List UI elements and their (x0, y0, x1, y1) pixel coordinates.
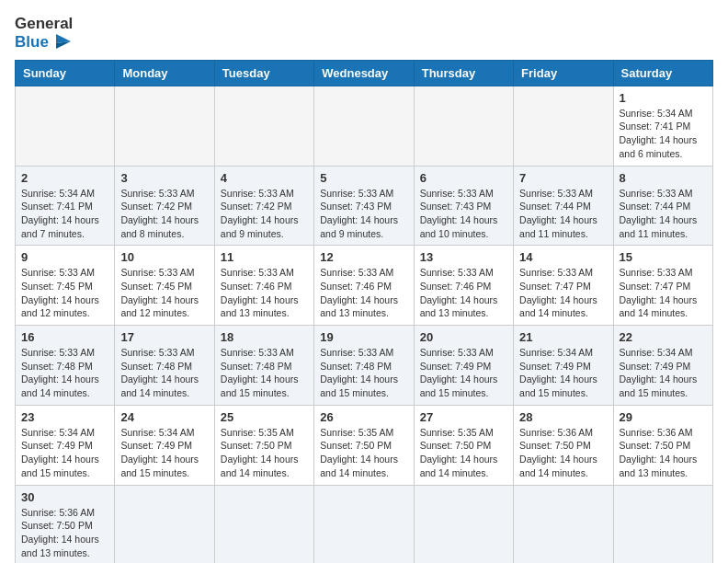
day-info: Sunrise: 5:35 AM Sunset: 7:50 PM Dayligh… (420, 426, 507, 480)
day-info: Sunrise: 5:36 AM Sunset: 7:50 PM Dayligh… (21, 506, 108, 560)
calendar-cell: 30Sunrise: 5:36 AM Sunset: 7:50 PM Dayli… (16, 485, 115, 563)
day-info: Sunrise: 5:33 AM Sunset: 7:44 PM Dayligh… (620, 187, 707, 241)
calendar-cell: 28Sunrise: 5:36 AM Sunset: 7:50 PM Dayli… (514, 405, 613, 485)
day-number: 19 (320, 330, 407, 344)
day-number: 26 (320, 410, 407, 424)
day-info: Sunrise: 5:33 AM Sunset: 7:47 PM Dayligh… (620, 266, 707, 320)
weekday-header-friday: Friday (514, 60, 613, 86)
calendar-week-row: 1Sunrise: 5:34 AM Sunset: 7:41 PM Daylig… (16, 86, 713, 166)
day-number: 30 (21, 490, 108, 504)
day-number: 6 (420, 171, 507, 185)
calendar-cell: 9Sunrise: 5:33 AM Sunset: 7:45 PM Daylig… (16, 246, 115, 326)
day-info: Sunrise: 5:35 AM Sunset: 7:50 PM Dayligh… (221, 426, 308, 480)
calendar-cell: 27Sunrise: 5:35 AM Sunset: 7:50 PM Dayli… (414, 405, 513, 485)
day-info: Sunrise: 5:34 AM Sunset: 7:49 PM Dayligh… (21, 426, 108, 480)
calendar-cell: 1Sunrise: 5:34 AM Sunset: 7:41 PM Daylig… (613, 86, 712, 166)
calendar-cell: 22Sunrise: 5:34 AM Sunset: 7:49 PM Dayli… (613, 326, 712, 406)
day-info: Sunrise: 5:34 AM Sunset: 7:41 PM Dayligh… (620, 107, 707, 161)
calendar-cell: 24Sunrise: 5:34 AM Sunset: 7:49 PM Dayli… (115, 405, 214, 485)
calendar-week-row: 9Sunrise: 5:33 AM Sunset: 7:45 PM Daylig… (16, 246, 713, 326)
calendar-header: General Blue (15, 15, 713, 52)
calendar-cell: 15Sunrise: 5:33 AM Sunset: 7:47 PM Dayli… (613, 246, 712, 326)
calendar-cell: 12Sunrise: 5:33 AM Sunset: 7:46 PM Dayli… (314, 246, 414, 326)
day-info: Sunrise: 5:36 AM Sunset: 7:50 PM Dayligh… (519, 426, 607, 480)
calendar-cell (514, 86, 613, 166)
calendar-cell (214, 485, 313, 563)
day-number: 13 (420, 250, 507, 264)
day-number: 3 (120, 171, 208, 185)
day-info: Sunrise: 5:33 AM Sunset: 7:49 PM Dayligh… (420, 346, 507, 400)
day-info: Sunrise: 5:33 AM Sunset: 7:43 PM Dayligh… (320, 187, 407, 241)
calendar-cell: 6Sunrise: 5:33 AM Sunset: 7:43 PM Daylig… (414, 166, 513, 246)
day-info: Sunrise: 5:33 AM Sunset: 7:46 PM Dayligh… (420, 266, 507, 320)
day-number: 24 (120, 410, 208, 424)
calendar-cell: 26Sunrise: 5:35 AM Sunset: 7:50 PM Dayli… (314, 405, 414, 485)
calendar-cell (314, 86, 414, 166)
day-info: Sunrise: 5:33 AM Sunset: 7:48 PM Dayligh… (120, 346, 208, 400)
calendar-cell: 11Sunrise: 5:33 AM Sunset: 7:46 PM Dayli… (214, 246, 313, 326)
calendar-week-row: 2Sunrise: 5:34 AM Sunset: 7:41 PM Daylig… (16, 166, 713, 246)
logo-general: General (15, 15, 74, 33)
calendar-cell: 21Sunrise: 5:34 AM Sunset: 7:49 PM Dayli… (514, 326, 613, 406)
day-number: 10 (120, 250, 208, 264)
calendar-cell: 17Sunrise: 5:33 AM Sunset: 7:48 PM Dayli… (115, 326, 214, 406)
calendar-cell: 23Sunrise: 5:34 AM Sunset: 7:49 PM Dayli… (16, 405, 115, 485)
day-info: Sunrise: 5:34 AM Sunset: 7:41 PM Dayligh… (21, 187, 108, 241)
day-number: 25 (221, 410, 308, 424)
day-number: 17 (120, 330, 208, 344)
calendar-cell (16, 86, 115, 166)
weekday-header-row: SundayMondayTuesdayWednesdayThursdayFrid… (16, 60, 713, 86)
day-number: 15 (620, 250, 707, 264)
calendar-week-row: 30Sunrise: 5:36 AM Sunset: 7:50 PM Dayli… (16, 485, 713, 563)
day-info: Sunrise: 5:35 AM Sunset: 7:50 PM Dayligh… (320, 426, 407, 480)
day-number: 7 (519, 171, 607, 185)
day-info: Sunrise: 5:36 AM Sunset: 7:50 PM Dayligh… (620, 426, 707, 480)
calendar-cell (115, 485, 214, 563)
calendar-cell: 7Sunrise: 5:33 AM Sunset: 7:44 PM Daylig… (514, 166, 613, 246)
calendar-cell: 3Sunrise: 5:33 AM Sunset: 7:42 PM Daylig… (115, 166, 214, 246)
day-number: 14 (519, 250, 607, 264)
calendar-cell: 14Sunrise: 5:33 AM Sunset: 7:47 PM Dayli… (514, 246, 613, 326)
calendar-cell (115, 86, 214, 166)
logo-container: General Blue (15, 15, 74, 52)
day-number: 1 (620, 91, 707, 105)
day-number: 12 (320, 250, 407, 264)
day-number: 28 (519, 410, 607, 424)
day-info: Sunrise: 5:33 AM Sunset: 7:45 PM Dayligh… (120, 266, 208, 320)
day-number: 4 (221, 171, 308, 185)
calendar-cell: 2Sunrise: 5:34 AM Sunset: 7:41 PM Daylig… (16, 166, 115, 246)
day-number: 5 (320, 171, 407, 185)
calendar-cell: 4Sunrise: 5:33 AM Sunset: 7:42 PM Daylig… (214, 166, 313, 246)
day-number: 27 (420, 410, 507, 424)
day-info: Sunrise: 5:33 AM Sunset: 7:43 PM Dayligh… (420, 187, 507, 241)
calendar-cell: 20Sunrise: 5:33 AM Sunset: 7:49 PM Dayli… (414, 326, 513, 406)
day-number: 29 (620, 410, 707, 424)
weekday-header-saturday: Saturday (613, 60, 712, 86)
weekday-header-thursday: Thursday (414, 60, 513, 86)
calendar-cell: 8Sunrise: 5:33 AM Sunset: 7:44 PM Daylig… (613, 166, 712, 246)
calendar-cell: 13Sunrise: 5:33 AM Sunset: 7:46 PM Dayli… (414, 246, 513, 326)
calendar-week-row: 16Sunrise: 5:33 AM Sunset: 7:48 PM Dayli… (16, 326, 713, 406)
day-info: Sunrise: 5:34 AM Sunset: 7:49 PM Dayligh… (120, 426, 208, 480)
calendar-cell (414, 485, 513, 563)
calendar-cell (514, 485, 613, 563)
day-info: Sunrise: 5:33 AM Sunset: 7:46 PM Dayligh… (320, 266, 407, 320)
weekday-header-sunday: Sunday (16, 60, 115, 86)
day-number: 11 (221, 250, 308, 264)
calendar-cell: 25Sunrise: 5:35 AM Sunset: 7:50 PM Dayli… (214, 405, 313, 485)
day-info: Sunrise: 5:34 AM Sunset: 7:49 PM Dayligh… (519, 346, 607, 400)
calendar-cell (214, 86, 313, 166)
day-number: 2 (21, 171, 108, 185)
calendar-cell (613, 485, 712, 563)
weekday-header-monday: Monday (115, 60, 214, 86)
day-info: Sunrise: 5:34 AM Sunset: 7:49 PM Dayligh… (620, 346, 707, 400)
calendar-cell (414, 86, 513, 166)
day-info: Sunrise: 5:33 AM Sunset: 7:45 PM Dayligh… (21, 266, 108, 320)
day-info: Sunrise: 5:33 AM Sunset: 7:48 PM Dayligh… (320, 346, 407, 400)
day-number: 18 (221, 330, 308, 344)
day-info: Sunrise: 5:33 AM Sunset: 7:46 PM Dayligh… (221, 266, 308, 320)
calendar-cell: 16Sunrise: 5:33 AM Sunset: 7:48 PM Dayli… (16, 326, 115, 406)
logo-flag-icon (52, 34, 74, 52)
logo: General Blue (15, 15, 74, 52)
calendar-week-row: 23Sunrise: 5:34 AM Sunset: 7:49 PM Dayli… (16, 405, 713, 485)
